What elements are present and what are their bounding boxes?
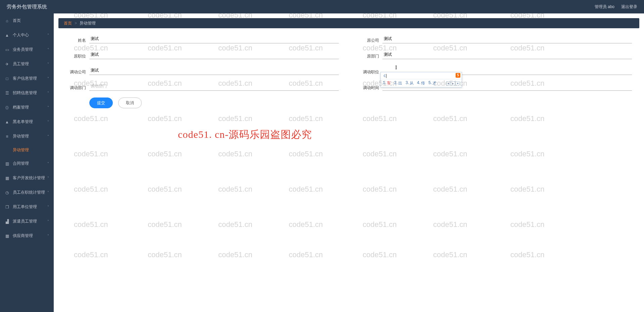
watermark: code51.cn xyxy=(289,220,323,229)
orig-dept-label: 原部门 xyxy=(359,53,379,59)
menu-label: 黑名单管理 xyxy=(13,119,33,125)
sidebar-subitem[interactable]: 异动管理 xyxy=(0,144,54,156)
ime-input-text: c xyxy=(383,73,386,78)
sidebar-item-3[interactable]: ✈员工管理˅ xyxy=(0,57,54,71)
ime-logo-icon: S xyxy=(456,73,460,78)
sidebar-item-9[interactable]: ▥合同管理˅ xyxy=(0,156,54,171)
breadcrumb-home[interactable]: 首页 xyxy=(64,21,72,26)
breadcrumb: 首页 > 异动管理 xyxy=(58,18,639,28)
menu-icon: ◷ xyxy=(5,190,9,195)
ime-next-icon[interactable]: ▸ xyxy=(451,81,455,85)
ime-prev-icon[interactable]: ◂ xyxy=(446,81,450,85)
watermark: code51.cn xyxy=(218,220,252,229)
menu-icon: ⌂ xyxy=(5,18,9,23)
ime-candidate[interactable]: 5.才 xyxy=(428,80,436,86)
watermark: code51.cn xyxy=(510,150,545,158)
watermark: code51.cn xyxy=(433,220,467,229)
chevron-down-icon: ˅ xyxy=(47,234,49,238)
menu-label: 合同管理 xyxy=(13,161,29,166)
chevron-down-icon: ˅ xyxy=(47,77,49,80)
sidebar-item-7[interactable]: ▲黑名单管理˅ xyxy=(0,115,54,129)
watermark: code51.cn xyxy=(510,185,545,194)
menu-icon: ▟ xyxy=(5,219,9,224)
watermark: code51.cn xyxy=(510,250,545,259)
watermark: code51.cn xyxy=(289,185,323,194)
menu-icon: ▲ xyxy=(5,33,9,38)
menu-label: 异动管理 xyxy=(13,133,29,139)
sidebar-item-6[interactable]: ⟨⟩档案管理˅ xyxy=(0,100,54,115)
watermark: code51.cn xyxy=(363,185,397,194)
watermark: code51.cn xyxy=(74,185,108,194)
menu-icon: ≡ xyxy=(5,134,9,139)
chevron-down-icon: ˅ xyxy=(47,62,49,66)
menu-label: 个人中心 xyxy=(13,32,29,38)
logout-link[interactable]: 退出登录 xyxy=(621,4,637,10)
move-company-label: 调动公司 xyxy=(66,69,86,75)
orig-job-input[interactable] xyxy=(89,50,339,59)
chevron-down-icon: ˅ xyxy=(47,106,49,109)
main-content: 首页 > 异动管理 姓名 原公司 原职位 xyxy=(54,13,644,312)
chevron-up-icon: ˄ xyxy=(47,134,49,138)
watermark: code51.cn xyxy=(289,150,323,158)
menu-icon: ▲ xyxy=(5,120,9,124)
sidebar-item-13[interactable]: ▟派遣员工管理˅ xyxy=(0,214,54,229)
move-time-label: 调动时间 xyxy=(359,85,379,91)
sidebar: ⌂首页▲个人中心˅▭业务员管理˅✈员工管理˅□客户信息管理˅☰招聘信息管理˅⟨⟩… xyxy=(0,13,54,312)
ime-candidate[interactable]: 2.出 xyxy=(394,80,402,86)
ime-drop-icon[interactable]: ▾ xyxy=(456,81,460,85)
watermark: code51.cn xyxy=(433,150,467,158)
sidebar-item-14[interactable]: ▦供应商管理˅ xyxy=(0,229,54,243)
ime-candidate[interactable]: 1.车 xyxy=(383,80,391,86)
orig-company-label: 原公司 xyxy=(359,38,379,43)
move-company-input[interactable] xyxy=(89,66,339,75)
chevron-down-icon: ˅ xyxy=(47,205,49,209)
watermark: code51.cn xyxy=(74,150,108,158)
sidebar-item-4[interactable]: □客户信息管理˅ xyxy=(0,71,54,86)
move-dept-label: 调动部门 xyxy=(66,85,86,91)
name-input[interactable] xyxy=(89,34,339,43)
ime-candidate[interactable]: 3.从 xyxy=(406,80,414,86)
sidebar-item-10[interactable]: ▦客户开发统计管理˅ xyxy=(0,171,54,185)
menu-label: 客户信息管理 xyxy=(13,76,37,81)
orig-dept-input[interactable] xyxy=(382,50,632,59)
menu-label: 档案管理 xyxy=(13,105,29,110)
submit-button[interactable]: 提交 xyxy=(89,98,113,108)
form-card: 姓名 原公司 原职位 原部门 调 xyxy=(58,28,639,117)
chevron-down-icon: ˅ xyxy=(47,48,49,51)
watermark: code51.cn xyxy=(148,185,182,194)
chevron-down-icon: ˅ xyxy=(47,162,49,165)
chevron-down-icon: ˅ xyxy=(47,33,49,37)
top-bar: 劳务外包管理系统 管理员 abo 退出登录 xyxy=(0,0,644,13)
move-dept-input[interactable] xyxy=(89,82,339,91)
watermark: code51.cn xyxy=(363,250,397,259)
sidebar-item-12[interactable]: ❐用工单位管理˅ xyxy=(0,200,54,214)
chevron-down-icon: ˅ xyxy=(47,191,49,194)
sidebar-item-8[interactable]: ≡异动管理˄ xyxy=(0,129,54,144)
sidebar-item-1[interactable]: ▲个人中心˅ xyxy=(0,28,54,42)
orig-job-label: 原职位 xyxy=(66,53,86,59)
menu-icon: ▥ xyxy=(5,161,9,166)
cancel-button[interactable]: 取消 xyxy=(118,98,142,108)
sidebar-item-2[interactable]: ▭业务员管理˅ xyxy=(0,42,54,57)
sidebar-item-11[interactable]: ◷员工在职统计管理˅ xyxy=(0,185,54,200)
menu-icon: □ xyxy=(5,76,9,81)
watermark: code51.cn xyxy=(218,150,252,158)
app-title: 劳务外包管理系统 xyxy=(7,4,47,10)
breadcrumb-sep: > xyxy=(75,21,77,26)
user-label[interactable]: 管理员 abo xyxy=(595,4,614,10)
name-label: 姓名 xyxy=(66,38,86,43)
orig-company-input[interactable] xyxy=(382,34,632,43)
sidebar-item-5[interactable]: ☰招聘信息管理˅ xyxy=(0,86,54,100)
menu-label: 供应商管理 xyxy=(13,233,33,239)
chevron-down-icon: ˅ xyxy=(47,176,49,180)
move-job-label: 调动职位 xyxy=(359,69,379,75)
menu-label: 派遣员工管理 xyxy=(13,219,37,224)
ime-popup: cS 1.车2.出3.从4.传5.才◂▸▾ xyxy=(380,72,462,87)
chevron-down-icon: ˅ xyxy=(47,220,49,223)
ime-candidate[interactable]: 4.传 xyxy=(417,80,425,86)
sidebar-item-0[interactable]: ⌂首页 xyxy=(0,13,54,28)
menu-icon: ❐ xyxy=(5,205,9,209)
chevron-down-icon: ˅ xyxy=(47,120,49,124)
menu-label: 客户开发统计管理 xyxy=(13,175,45,181)
menu-label: 招聘信息管理 xyxy=(13,90,37,96)
